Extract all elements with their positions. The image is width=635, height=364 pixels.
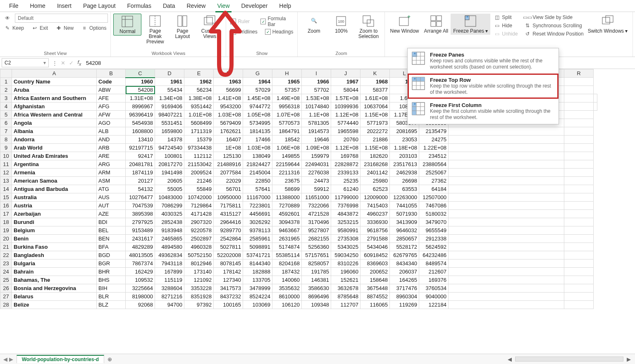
cell[interactable]: 8437232: [214, 293, 243, 301]
cell[interactable]: 55849: [184, 185, 214, 193]
ruler-checkbox[interactable]: Ruler: [229, 15, 251, 28]
cell[interactable]: 1.12E+08: [331, 144, 360, 152]
cell[interactable]: 18542: [272, 136, 302, 144]
scroll-left-icon[interactable]: ◀: [508, 356, 512, 362]
cell[interactable]: BLZ: [97, 301, 126, 309]
cell[interactable]: 1964: [243, 78, 272, 86]
cell[interactable]: 58377: [360, 86, 390, 94]
cell[interactable]: 7322066: [302, 202, 331, 210]
cell[interactable]: 2502897: [184, 235, 214, 243]
cell[interactable]: 164265: [390, 276, 419, 284]
menu-insert[interactable]: Insert: [51, 1, 77, 11]
cell[interactable]: 112707: [331, 301, 360, 309]
cell[interactable]: 8258057: [302, 259, 331, 268]
cell[interactable]: 2145004: [243, 169, 272, 177]
cell[interactable]: 59034250: [331, 251, 360, 259]
freeze-panes-button[interactable]: *Freeze Panes ▾: [451, 14, 490, 35]
cell[interactable]: 1864791: [272, 127, 302, 136]
cell[interactable]: 1968: [360, 78, 390, 86]
cell[interactable]: Angola: [12, 119, 97, 127]
cell[interactable]: 152621: [331, 276, 360, 284]
cell[interactable]: 97392: [184, 301, 214, 309]
cell[interactable]: 3586630: [302, 284, 331, 293]
cell[interactable]: 60918452: [360, 251, 390, 259]
cell[interactable]: 13410: [126, 136, 155, 144]
row-header-21[interactable]: 21: [0, 243, 12, 251]
unhide-button[interactable]: ▭Unhide: [492, 30, 519, 38]
cell[interactable]: 22159644: [272, 160, 302, 169]
cell[interactable]: AUT: [97, 202, 126, 210]
cell[interactable]: AFG: [97, 102, 126, 111]
col-header-F[interactable]: F: [214, 69, 243, 78]
menu-developer[interactable]: Developer: [236, 1, 274, 11]
cell[interactable]: 9744772: [243, 102, 272, 111]
cell[interactable]: 2211316: [272, 169, 302, 177]
cell[interactable]: ABW: [97, 86, 126, 94]
cell[interactable]: AGO: [97, 119, 126, 127]
cell[interactable]: 1874119: [126, 169, 155, 177]
cell[interactable]: 149855: [272, 152, 302, 160]
cell[interactable]: 10174840: [302, 102, 331, 111]
cell[interactable]: 109532: [126, 276, 155, 284]
cell[interactable]: Aruba: [12, 86, 97, 94]
formula-bar-checkbox[interactable]: ✓Formula Bar: [259, 15, 295, 28]
cell[interactable]: 3717476: [390, 284, 419, 293]
cell[interactable]: Armenia: [12, 169, 97, 177]
select-all-corner[interactable]: [0, 69, 12, 78]
cell[interactable]: 112112: [184, 152, 214, 160]
cell[interactable]: 21824427: [243, 160, 272, 169]
cell[interactable]: 1965598: [331, 127, 360, 136]
cell[interactable]: 25980: [360, 177, 390, 185]
cell[interactable]: 2797925: [126, 218, 155, 226]
cell[interactable]: 3225664: [126, 284, 155, 293]
cell[interactable]: Bangladesh: [12, 251, 97, 259]
cell[interactable]: Belize: [12, 301, 97, 309]
cell[interactable]: 2276038: [302, 169, 331, 177]
cell[interactable]: 12009000: [360, 193, 390, 202]
cell[interactable]: 27362: [419, 177, 449, 185]
cell[interactable]: 9463667: [272, 226, 302, 235]
cell[interactable]: Africa Western and Central: [12, 111, 97, 119]
cell[interactable]: 5174874: [272, 243, 302, 251]
cell[interactable]: 3336930: [360, 218, 390, 226]
cell[interactable]: 7047539: [126, 202, 155, 210]
arrange-all-button[interactable]: Arrange All: [422, 14, 451, 35]
cell[interactable]: 1762621: [214, 127, 243, 136]
cell[interactable]: 5180032: [419, 210, 449, 218]
cell[interactable]: 2525067: [419, 169, 449, 177]
cell[interactable]: 2077584: [214, 169, 243, 177]
cell[interactable]: 94700: [155, 301, 184, 309]
cell[interactable]: 20817270: [155, 160, 184, 169]
cell[interactable]: 23880564: [419, 160, 449, 169]
cell[interactable]: 121092: [184, 276, 214, 284]
cell[interactable]: 9220578: [184, 226, 214, 235]
cell[interactable]: 8524224: [243, 293, 272, 301]
options-button[interactable]: ≡Options: [79, 24, 108, 32]
cell[interactable]: 55005: [155, 185, 184, 193]
cell[interactable]: 1711319: [184, 127, 214, 136]
cell[interactable]: 4030325: [155, 210, 184, 218]
cell[interactable]: 56699: [214, 86, 243, 94]
cell[interactable]: 3026292: [243, 218, 272, 226]
cell[interactable]: 9543200: [214, 102, 243, 111]
col-header-A[interactable]: A: [12, 69, 97, 78]
row-header-26[interactable]: 26: [0, 284, 12, 293]
cell[interactable]: 23168268: [360, 160, 390, 169]
cell[interactable]: ARE: [97, 152, 126, 160]
cell[interactable]: BLR: [97, 293, 126, 301]
cell[interactable]: 2135479: [419, 127, 449, 136]
cell[interactable]: 3478999: [243, 284, 272, 293]
cell[interactable]: 9040000: [419, 293, 449, 301]
cell[interactable]: Belgium: [12, 226, 97, 235]
cell[interactable]: 9153489: [126, 226, 155, 235]
new-button[interactable]: ✚New: [54, 24, 75, 32]
cell[interactable]: AUS: [97, 193, 126, 202]
cell[interactable]: 10742000: [184, 193, 214, 202]
cell[interactable]: 5608499: [184, 119, 214, 127]
cell[interactable]: 8078145: [214, 259, 243, 268]
cell[interactable]: 56701: [214, 185, 243, 193]
cell[interactable]: Belarus: [12, 293, 97, 301]
cell[interactable]: 8271216: [155, 293, 184, 301]
row-header-2[interactable]: 2: [0, 86, 12, 94]
cell[interactable]: 196060: [331, 268, 360, 276]
